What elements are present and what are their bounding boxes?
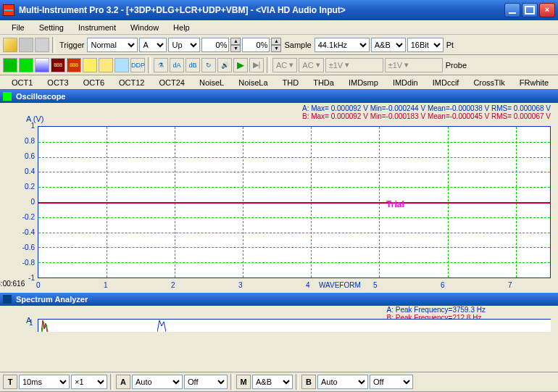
tab-oct12[interactable]: OCT12 <box>112 77 151 88</box>
close-button[interactable]: × <box>539 3 555 17</box>
menu-instrument[interactable]: Instrument <box>71 23 123 32</box>
xtick: 7 <box>508 281 512 289</box>
range-b-select[interactable]: ±1V ▾ <box>385 58 443 72</box>
speaker-icon[interactable]: 🔊 <box>217 58 232 72</box>
spectrum-ytick: 1 <box>29 319 33 327</box>
oscilloscope-status-icon <box>3 92 12 101</box>
trigger-delay-field[interactable] <box>242 38 270 52</box>
toolbar-bottom: T 10ms ×1 A Auto Off M A&B B Auto Off <box>0 372 558 392</box>
ytick: 1 <box>14 122 35 130</box>
ddp-icon[interactable]: DDP <box>130 58 145 72</box>
xtick: 6 <box>441 281 445 289</box>
tab-frwhite[interactable]: FRwhite <box>512 77 556 88</box>
da-icon[interactable]: dA <box>170 58 184 72</box>
xtick: 2 <box>171 281 175 289</box>
tab-imdccif[interactable]: IMDccif <box>425 77 467 88</box>
trigger-level-field[interactable] <box>201 38 229 52</box>
trigger-edge-select[interactable]: Up <box>168 38 200 52</box>
tab-thda[interactable]: THDa <box>306 77 341 88</box>
channel-both-select[interactable]: A&B <box>371 38 406 52</box>
measurement-tabs: OCT1 OCT3 OCT6 OCT12 OCT24 NoiseL NoiseL… <box>0 75 558 90</box>
spectrum-status-icon <box>3 295 12 304</box>
spectrum-header: Spectrum Analyzer <box>0 293 558 306</box>
ytick: 0.6 <box>14 152 35 160</box>
trial-watermark: Trial <box>386 199 404 209</box>
multiplier-select[interactable]: ×1 <box>71 375 107 389</box>
tab-oct1[interactable]: OCT1 <box>4 77 40 88</box>
readout-channel-a: A: Max= 0.000092 V Min=-0.000244 V Mean=… <box>302 104 551 112</box>
step-icon[interactable]: ▶| <box>249 58 264 72</box>
trigger-delay-spinner[interactable]: ▲▼ <box>271 38 281 52</box>
timebase-label: T <box>3 375 17 389</box>
minimize-button[interactable] <box>504 3 520 17</box>
sample-label: Sample <box>283 41 312 49</box>
tab-oct6[interactable]: OCT6 <box>76 77 112 88</box>
points-label: Pt <box>445 41 455 49</box>
print-icon[interactable] <box>35 38 49 52</box>
multimeter-icon[interactable]: 888 <box>51 58 65 72</box>
device-icon[interactable] <box>114 58 129 72</box>
trigger-mode-select[interactable]: Normal <box>87 38 138 52</box>
menu-file[interactable]: File <box>4 23 32 32</box>
coupling-b-select[interactable]: AC ▾ <box>299 58 323 72</box>
sample-rate-select[interactable]: 44.1kHz <box>315 38 370 52</box>
off-a-select[interactable]: Off <box>184 375 228 389</box>
open-icon[interactable] <box>3 38 17 52</box>
ytick: -0.4 <box>14 228 35 236</box>
scope-icon[interactable] <box>35 58 49 72</box>
tab-oct3[interactable]: OCT3 <box>40 77 75 88</box>
off-b-select[interactable]: Off <box>370 375 413 389</box>
flask-icon[interactable]: ⚗ <box>154 58 168 72</box>
menu-bar: File Setting Instrument Window Help <box>0 20 558 35</box>
tab-imdsmp[interactable]: IMDsmp <box>341 77 386 88</box>
trigger-channel-select[interactable]: A <box>139 38 167 52</box>
tab-oct24[interactable]: OCT24 <box>152 77 192 88</box>
tab-noisel[interactable]: NoiseL <box>192 77 231 88</box>
titlebar: Multi-Instrument Pro 3.2 - [+3DP+DLG+LCR… <box>0 0 558 20</box>
xtick: 3 <box>238 281 243 289</box>
xtick: 1 <box>104 281 108 289</box>
oscilloscope-readout: A: Max= 0.000092 V Min=-0.000244 V Mean=… <box>302 104 551 120</box>
play-icon[interactable]: ▶ <box>233 58 248 72</box>
mode-label: M <box>236 375 251 389</box>
readout-channel-b: B: Max= 0.000092 V Min=-0.000183 V Mean=… <box>302 112 551 120</box>
tab-imddin[interactable]: IMDdin <box>386 77 425 88</box>
oscilloscope-chart[interactable]: Trial <box>38 126 551 278</box>
coupling-a-select[interactable]: AC ▾ <box>272 58 297 72</box>
menu-help[interactable]: Help <box>166 23 197 32</box>
tab-thd[interactable]: THD <box>275 77 307 88</box>
trigger-level-spinner[interactable]: ▲▼ <box>230 38 241 52</box>
spectrum-chart[interactable] <box>38 319 551 332</box>
maximize-button[interactable] <box>522 3 538 17</box>
analyzer-icon[interactable] <box>99 58 113 72</box>
run-icon[interactable] <box>19 58 33 72</box>
spectrum-trace-b <box>157 319 166 332</box>
refresh-icon[interactable]: ↻ <box>201 58 216 72</box>
range-a-bottom-select[interactable]: Auto <box>132 375 183 389</box>
range-a-select[interactable]: ±1V ▾ <box>325 58 383 72</box>
db-icon[interactable]: dB <box>186 58 200 72</box>
timebase-select[interactable]: 10ms <box>19 375 70 389</box>
trigger-label: Trigger <box>58 41 86 49</box>
range-b-bottom-select[interactable]: Auto <box>317 375 368 389</box>
spectrum-panel: A: Peak Frequency=3759.3 Hz B: Peak Freq… <box>0 306 558 331</box>
oscilloscope-panel: A: Max= 0.000092 V Min=-0.000244 V Mean=… <box>0 103 558 293</box>
save-icon[interactable] <box>19 38 33 52</box>
menu-window[interactable]: Window <box>123 23 166 32</box>
bit-depth-select[interactable]: 16Bit <box>407 38 444 52</box>
xtick: 5 <box>373 281 378 289</box>
tab-crosstlk[interactable]: CrossTlk <box>466 77 512 88</box>
mode-select[interactable]: A&B <box>252 375 293 389</box>
toolbar-top: Trigger Normal A Up ▲▼ ▲▼ Sample 44.1kHz… <box>0 35 558 55</box>
app-icon <box>3 4 14 16</box>
generator-icon[interactable] <box>83 58 97 72</box>
tab-noisela[interactable]: NoiseLa <box>231 77 275 88</box>
toolbar-second: 888 888 DDP ⚗ dA dB ↻ 🔊 ▶ ▶| AC ▾ AC ▾ ±… <box>0 55 558 75</box>
record-icon[interactable] <box>3 58 17 72</box>
window-title: Multi-Instrument Pro 3.2 - [+3DP+DLG+LCR… <box>19 5 504 15</box>
counter-icon[interactable]: 888 <box>67 58 81 72</box>
ytick: -0.6 <box>14 243 35 251</box>
menu-setting[interactable]: Setting <box>32 23 71 32</box>
timestamp: +11:43:00:616 <box>0 280 25 288</box>
ytick: -0.8 <box>14 259 35 267</box>
